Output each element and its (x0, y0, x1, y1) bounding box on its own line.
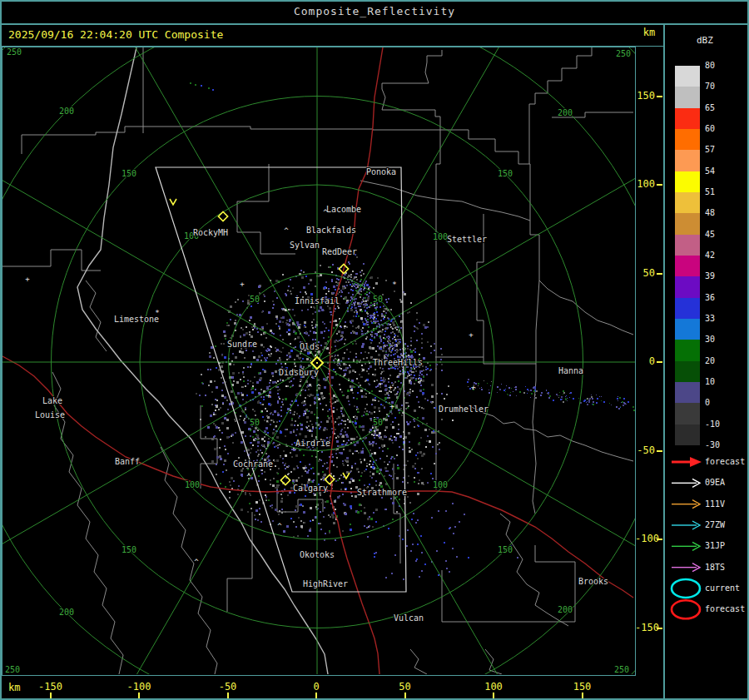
colorbar-swatch (675, 108, 700, 129)
range-ring-label: 200 (59, 107, 74, 116)
bottom-axis-tick (50, 693, 52, 699)
bottom-axis-tick-label: -50 (210, 681, 246, 693)
range-ring-label: 50 (373, 295, 383, 304)
colorbar-swatch (675, 66, 700, 87)
range-ring-label: 250 (616, 49, 631, 58)
storm-vector-icon (170, 199, 176, 205)
colorbar-panel: dBZ 807065605754514845423936333020100-10… (665, 25, 749, 700)
timestamp-label: 2025/09/16 22:04:20 UTC Composite (8, 28, 223, 41)
city-label: Ponoka (366, 167, 396, 176)
right-axis-tick (657, 628, 662, 629)
right-axis-tick (657, 450, 662, 452)
colorbar-swatch (675, 256, 700, 276)
colorbar-tick-label: 60 (705, 124, 738, 133)
colorbar-swatch (675, 382, 700, 403)
colorbar-tick-label: 42 (705, 251, 738, 260)
point-marker-icon: + (388, 383, 393, 391)
city-label: Cochrane (233, 459, 273, 469)
legend-item-label: 09EA (705, 478, 748, 487)
legend-item-label: forecast (705, 457, 748, 466)
colorbar-tick-label: -10 (705, 420, 738, 429)
point-marker-icon: + (25, 275, 30, 283)
bottom-axis-tick (493, 693, 494, 699)
point-marker-icon: ^ (284, 226, 289, 235)
point-marker-icon: + (266, 391, 271, 400)
colorbar-swatch (675, 87, 700, 107)
city-label: ThreeHills (373, 358, 423, 367)
colorbar-tick-label: 10 (705, 377, 738, 386)
legend-item-label: forecast (705, 604, 748, 613)
range-ring-label: 250 (7, 47, 22, 57)
range-ring-label: 50 (250, 295, 260, 304)
colorbar-tick-label: 0 (705, 398, 738, 407)
range-ring-label: 150 (498, 169, 513, 178)
colorbar-tick-label: 33 (705, 314, 738, 323)
city-label: Sylvan (290, 241, 320, 250)
range-ring-label: 100 (185, 480, 200, 489)
legend-item-label: 27ZW (705, 520, 748, 529)
colorbar-swatch (675, 213, 700, 234)
point-marker-icon: + (469, 330, 474, 339)
colorbar-swatch (675, 424, 700, 445)
bottom-axis-tick-label: 0 (298, 681, 335, 693)
colorbar-tick-label: 36 (705, 293, 738, 302)
colorbar-swatch (675, 403, 700, 424)
range-ring-label: 100 (433, 232, 448, 241)
range-ring-label: 200 (59, 608, 74, 617)
right-axis-tick (657, 539, 662, 540)
colorbar-swatch (675, 319, 700, 340)
point-marker-icon: + (389, 402, 394, 410)
colorbar-swatch (675, 340, 700, 360)
range-ring-label: 150 (122, 545, 136, 554)
range-ring-label: 200 (558, 605, 573, 614)
point-marker-icon: + (471, 383, 476, 391)
colorbar-title: dBZ (697, 35, 713, 46)
city-label: Vulcan (394, 613, 424, 623)
bottom-axis-tick (227, 693, 229, 699)
city-label: Drumheller (439, 405, 489, 414)
colorbar-swatch (675, 276, 700, 297)
legend-item-label: 111V (705, 499, 748, 509)
bottom-axis: km -150-100-50050100150 (0, 675, 663, 700)
right-axis: 150100500-50-100-150 (635, 47, 663, 674)
range-ring-label: 250 (614, 665, 629, 674)
right-axis-tick (657, 184, 662, 186)
city-label: Brooks (578, 577, 608, 586)
right-axis-tick (657, 273, 662, 275)
city-label: HighRiver (303, 579, 348, 588)
right-axis-tick-label: 100 (635, 178, 655, 190)
colorbar-swatch (675, 361, 700, 382)
point-marker-icon: ^ (194, 558, 199, 566)
bottom-axis-tick (138, 693, 140, 699)
city-label: Strathmore (357, 488, 407, 497)
colorbar-swatch (675, 298, 700, 319)
city-label: Lake (42, 396, 62, 405)
city-label: Lacombe (326, 205, 361, 214)
range-ring-label: 50 (373, 418, 383, 427)
right-axis-tick-label: -100 (635, 533, 655, 544)
right-axis-tick-label: -150 (635, 622, 655, 633)
city-label: Louise (35, 410, 65, 420)
radar-viewer-window: Composite_Reflectivity 2025/09/16 22:04:… (0, 0, 749, 700)
point-marker-icon: * (155, 309, 159, 317)
bottom-axis-unit: km (8, 682, 20, 693)
right-axis-tick-label: 150 (635, 90, 655, 102)
range-ring-label: 150 (498, 545, 513, 554)
colorbar-tick-label: 57 (705, 145, 738, 154)
legend-item-label: current (705, 583, 748, 593)
colorbar-tick-label: 45 (705, 230, 738, 239)
point-marker-icon: ^ (323, 208, 328, 216)
colorbar-swatch (675, 235, 700, 256)
colorbar-swatch (675, 129, 700, 150)
city-label: Limestone (114, 315, 159, 324)
right-axis-tick (657, 361, 662, 363)
right-axis-tick (657, 96, 662, 97)
right-axis-tick-label: 50 (635, 267, 655, 279)
radar-map-canvas[interactable]: 5050505010010010010015015015015020020020… (2, 47, 635, 674)
window-title: Composite_Reflectivity (0, 0, 749, 23)
legend-item-label: 31JP (705, 541, 748, 550)
city-diamond-icon (218, 211, 227, 221)
city-label: Banff (115, 457, 140, 466)
colorbar-tick-label: 48 (705, 208, 738, 217)
header-bar: 2025/09/16 22:04:20 UTC Composite (0, 25, 663, 46)
